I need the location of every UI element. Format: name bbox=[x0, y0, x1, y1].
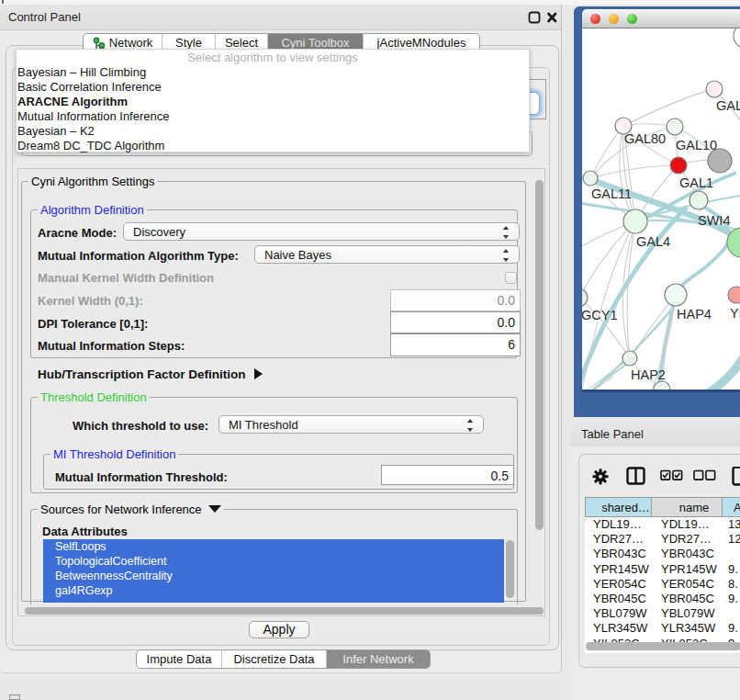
svg-text:GAL4: GAL4 bbox=[636, 234, 670, 249]
svg-text:GCY1: GCY1 bbox=[582, 308, 618, 322]
svg-text:SWI4: SWI4 bbox=[698, 213, 730, 228]
svg-text:GAL11: GAL11 bbox=[591, 186, 632, 201]
svg-text:GAL1: GAL1 bbox=[679, 175, 713, 190]
svg-text:GAL7: GAL7 bbox=[716, 98, 740, 113]
svg-text:GAL80: GAL80 bbox=[624, 131, 666, 146]
svg-text:HAP2: HAP2 bbox=[631, 367, 666, 382]
svg-text:YD: YD bbox=[730, 306, 740, 321]
svg-text:HAP4: HAP4 bbox=[677, 307, 712, 322]
svg-text:GAL10: GAL10 bbox=[676, 138, 717, 152]
